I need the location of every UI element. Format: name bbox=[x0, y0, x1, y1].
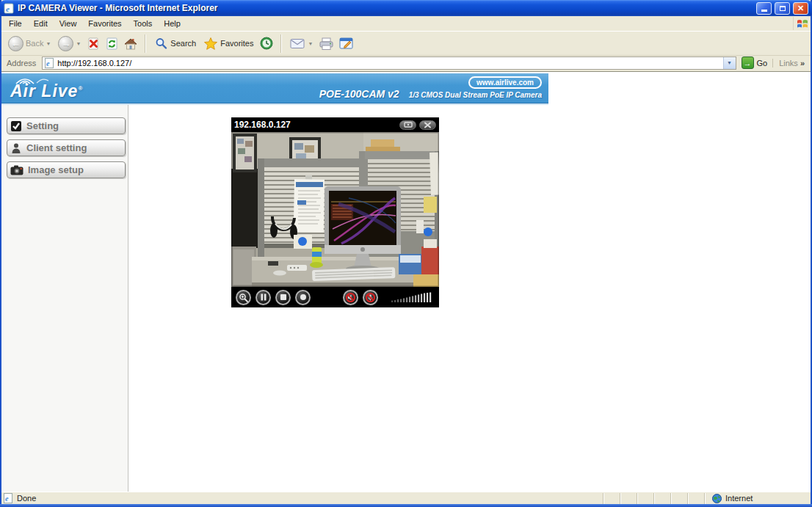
pause-button[interactable] bbox=[255, 290, 271, 305]
edit-button[interactable] bbox=[338, 36, 355, 51]
back-button[interactable]: ← Back ▼ bbox=[6, 34, 53, 53]
minimize-icon bbox=[761, 10, 767, 12]
svg-text:e: e bbox=[6, 4, 10, 13]
status-text: Done bbox=[17, 494, 36, 503]
refresh-button[interactable] bbox=[104, 36, 120, 51]
minimize-button[interactable] bbox=[756, 2, 772, 15]
page-ie-icon: e bbox=[4, 493, 13, 503]
links-chevron-icon: » bbox=[800, 59, 805, 68]
svg-text:e: e bbox=[5, 495, 9, 503]
status-left: e Done bbox=[4, 493, 603, 503]
mute-microphone-button[interactable] bbox=[363, 290, 378, 305]
go-icon: → bbox=[742, 56, 754, 69]
record-icon bbox=[300, 293, 307, 301]
website-link[interactable]: www.airlive.com bbox=[468, 76, 542, 89]
restore-icon bbox=[780, 6, 786, 11]
back-dropdown-icon[interactable]: ▼ bbox=[46, 41, 51, 46]
pause-icon bbox=[260, 293, 267, 301]
refresh-icon bbox=[105, 37, 119, 51]
camera-ip-label: 192.168.0.127 bbox=[234, 120, 396, 130]
windows-flag-icon bbox=[793, 17, 809, 30]
address-dropdown-button[interactable]: ▼ bbox=[723, 57, 736, 69]
volume-meter bbox=[391, 291, 435, 303]
search-icon bbox=[154, 37, 168, 51]
print-icon bbox=[319, 37, 334, 51]
favorites-button[interactable]: Favorites bbox=[201, 35, 255, 52]
back-label: Back bbox=[26, 39, 43, 48]
forward-dropdown-icon[interactable]: ▼ bbox=[76, 41, 81, 46]
ie-toolbar: ← Back ▼ → ▼ bbox=[1, 31, 811, 56]
mute-microphone-icon bbox=[365, 292, 376, 303]
favorites-label: Favorites bbox=[220, 39, 253, 48]
snapshot-button[interactable] bbox=[399, 120, 416, 130]
snapshot-icon bbox=[404, 122, 413, 128]
model-tagline: 1/3 CMOS Dual Stream PoE IP Camera bbox=[409, 91, 542, 99]
viewer-control-bar bbox=[231, 287, 439, 307]
status-segment bbox=[670, 493, 687, 504]
print-button[interactable] bbox=[318, 36, 335, 51]
sidebar-item-setting[interactable]: Setting bbox=[7, 117, 126, 134]
search-button[interactable]: Search bbox=[152, 35, 198, 52]
toolbar-separator bbox=[280, 34, 282, 53]
stop-button[interactable] bbox=[86, 36, 101, 51]
sidebar: Setting Client setting Image setup bbox=[1, 105, 128, 492]
menu-view[interactable]: View bbox=[54, 18, 83, 29]
viewer-title-bar: 192.168.0.127 bbox=[231, 117, 439, 132]
menu-edit[interactable]: Edit bbox=[28, 18, 54, 29]
menu-bar: File Edit View Favorites Tools Help bbox=[1, 16, 811, 31]
camera-icon bbox=[10, 165, 23, 175]
stop-playback-button[interactable] bbox=[275, 290, 291, 305]
record-button[interactable] bbox=[295, 290, 311, 305]
security-zone-panel: Internet bbox=[704, 493, 808, 504]
mail-icon bbox=[290, 37, 305, 49]
status-segment bbox=[620, 493, 637, 504]
sidebar-item-client-setting[interactable]: Client setting bbox=[7, 139, 126, 156]
model-name: POE-100CAM v2 bbox=[319, 88, 399, 100]
go-button[interactable]: → Go bbox=[740, 56, 769, 69]
favorites-icon bbox=[203, 37, 218, 51]
person-icon bbox=[10, 142, 22, 154]
window-bottom-border bbox=[0, 504, 812, 507]
status-segment bbox=[687, 493, 704, 504]
status-bar: e Done Internet bbox=[1, 492, 811, 504]
stop-icon bbox=[87, 37, 101, 51]
toolbar-separator bbox=[145, 34, 146, 53]
status-segment bbox=[603, 493, 620, 504]
close-button[interactable]: ✕ bbox=[793, 2, 808, 15]
fullscreen-button[interactable] bbox=[419, 120, 436, 130]
browser-window: e IP CAMERA Viewer - Microsoft Internet … bbox=[0, 0, 812, 507]
menu-favorites[interactable]: Favorites bbox=[82, 18, 127, 29]
menu-file[interactable]: File bbox=[3, 18, 28, 29]
zoom-button[interactable] bbox=[236, 290, 251, 305]
camera-viewer: 192.168.0.127 bbox=[231, 117, 439, 307]
go-label: Go bbox=[757, 59, 768, 68]
fullscreen-icon bbox=[424, 122, 432, 128]
airlive-banner: Air Live® www.airlive.com POE-100CAM v2 … bbox=[1, 73, 548, 103]
mail-dropdown-icon[interactable]: ▼ bbox=[308, 41, 313, 46]
restore-button[interactable] bbox=[775, 2, 790, 15]
title-bar: e IP CAMERA Viewer - Microsoft Internet … bbox=[0, 0, 812, 16]
stop-square-icon bbox=[280, 293, 287, 301]
forward-icon: → bbox=[58, 36, 73, 51]
status-segment bbox=[637, 493, 653, 504]
internet-globe-icon bbox=[712, 494, 722, 503]
address-bar: Address e ▼ → Go Links » bbox=[1, 56, 811, 72]
forward-button[interactable]: → ▼ bbox=[56, 34, 83, 53]
home-icon bbox=[123, 37, 138, 51]
sidebar-item-image-setup[interactable]: Image setup bbox=[7, 161, 126, 178]
mail-button[interactable]: ▼ bbox=[288, 36, 315, 51]
links-button[interactable]: Links » bbox=[772, 59, 808, 68]
menu-help[interactable]: Help bbox=[158, 18, 186, 29]
history-icon bbox=[259, 36, 274, 51]
antenna-waves-icon bbox=[15, 74, 48, 85]
mute-speaker-button[interactable] bbox=[343, 290, 358, 305]
url-input[interactable] bbox=[57, 58, 719, 68]
sidebar-item-label: Client setting bbox=[26, 142, 87, 153]
search-label: Search bbox=[170, 39, 196, 48]
menu-tools[interactable]: Tools bbox=[128, 18, 159, 29]
home-button[interactable] bbox=[123, 36, 139, 51]
back-icon: ← bbox=[8, 36, 23, 51]
history-button[interactable] bbox=[258, 35, 275, 51]
zoom-icon bbox=[239, 293, 248, 302]
edit-icon bbox=[338, 37, 354, 50]
